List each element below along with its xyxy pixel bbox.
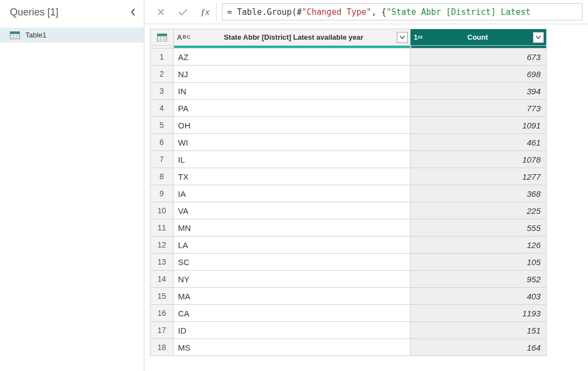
table-icon xyxy=(10,31,20,39)
chevron-down-icon xyxy=(536,35,541,40)
table-row[interactable]: 1AZ673 xyxy=(150,49,547,66)
row-number-cell[interactable]: 6 xyxy=(150,134,174,151)
state-cell[interactable]: MA xyxy=(174,288,411,305)
count-cell[interactable]: 555 xyxy=(411,219,547,236)
formula-cancel-button[interactable] xyxy=(150,3,172,20)
check-icon xyxy=(178,8,188,17)
row-number-cell[interactable]: 4 xyxy=(150,100,174,117)
table-row[interactable]: 14NY952 xyxy=(150,271,547,288)
state-cell[interactable]: TX xyxy=(174,168,411,185)
row-number-cell[interactable]: 16 xyxy=(150,305,174,322)
row-number-cell[interactable]: 9 xyxy=(150,185,174,202)
state-cell[interactable]: SC xyxy=(174,254,411,271)
count-cell[interactable]: 164 xyxy=(411,339,547,356)
state-cell[interactable]: ID xyxy=(174,322,411,339)
row-number-cell[interactable]: 18 xyxy=(150,339,174,356)
row-number-cell[interactable]: 15 xyxy=(150,288,174,305)
row-number-cell[interactable]: 17 xyxy=(150,322,174,339)
count-cell[interactable]: 105 xyxy=(411,254,547,271)
state-cell[interactable]: PA xyxy=(174,100,411,117)
table-row[interactable]: 2NJ698 xyxy=(150,66,547,83)
count-cell[interactable]: 403 xyxy=(411,288,547,305)
table-row[interactable]: 4PA773 xyxy=(150,100,547,117)
count-cell[interactable]: 698 xyxy=(411,66,547,83)
chevron-down-icon xyxy=(400,35,405,40)
column-filter-button[interactable] xyxy=(533,32,544,43)
count-cell[interactable]: 368 xyxy=(411,185,547,202)
row-number-cell[interactable]: 11 xyxy=(150,219,174,236)
count-cell[interactable]: 394 xyxy=(411,83,547,100)
count-cell[interactable]: 151 xyxy=(411,322,547,339)
formula-text-between: , { xyxy=(371,7,386,17)
table-row[interactable]: 17ID151 xyxy=(150,322,547,339)
formula-input[interactable]: = Table.Group(#"Changed Type", {"State A… xyxy=(222,3,582,20)
collapse-sidebar-button[interactable] xyxy=(128,7,138,17)
formula-text-greenstring: "State Abbr [District] Latest xyxy=(386,7,531,17)
count-cell[interactable]: 225 xyxy=(411,202,547,219)
text-type-icon: ABC xyxy=(177,33,190,41)
state-cell[interactable]: NJ xyxy=(174,66,411,83)
close-icon xyxy=(157,8,165,17)
table-row[interactable]: 5OH1091 xyxy=(150,117,547,134)
table-row[interactable]: 15MA403 xyxy=(150,288,547,305)
count-cell[interactable]: 1091 xyxy=(411,117,547,134)
state-cell[interactable]: VA xyxy=(174,202,411,219)
count-cell[interactable]: 952 xyxy=(411,271,547,288)
state-cell[interactable]: IA xyxy=(174,185,411,202)
state-cell[interactable]: MN xyxy=(174,219,411,236)
row-number-cell[interactable]: 13 xyxy=(150,254,174,271)
row-number-cell[interactable]: 1 xyxy=(150,49,174,66)
table-row[interactable]: 6WI461 xyxy=(150,134,547,151)
column-filter-button[interactable] xyxy=(397,32,408,43)
count-cell[interactable]: 1277 xyxy=(411,168,547,185)
count-cell[interactable]: 1078 xyxy=(411,151,547,168)
main-pane: ƒx = Table.Group(#"Changed Type", {"Stat… xyxy=(144,0,588,371)
state-cell[interactable]: CA xyxy=(174,305,411,322)
row-number-cell[interactable]: 2 xyxy=(150,66,174,83)
state-cell[interactable]: IL xyxy=(174,151,411,168)
table-row[interactable]: 18MS164 xyxy=(150,339,547,356)
grid-wrapper: ABC State Abbr [District] Latest availab… xyxy=(144,24,588,371)
state-cell[interactable]: AZ xyxy=(174,49,411,66)
table-row[interactable]: 8TX1277 xyxy=(150,168,547,185)
state-cell[interactable]: WI xyxy=(174,134,411,151)
table-row[interactable]: 12LA126 xyxy=(150,236,547,254)
queries-sidebar: Queries [1] Table1 xyxy=(0,0,144,371)
row-number-cell[interactable]: 14 xyxy=(150,271,174,288)
table-row[interactable]: 9IA368 xyxy=(150,185,547,202)
count-cell[interactable]: 773 xyxy=(411,100,547,117)
state-cell[interactable]: NY xyxy=(174,271,411,288)
row-number-cell[interactable]: 7 xyxy=(150,151,174,168)
grid-body: 1AZ6732NJ6983IN3944PA7735OH10916WI4617IL… xyxy=(150,49,547,356)
count-cell[interactable]: 126 xyxy=(411,236,547,254)
state-cell[interactable]: OH xyxy=(174,117,411,134)
table-row[interactable]: 13SC105 xyxy=(150,254,547,271)
state-cell[interactable]: IN xyxy=(174,83,411,100)
fx-label[interactable]: ƒx xyxy=(194,3,217,20)
table-row[interactable]: 3IN394 xyxy=(150,83,547,100)
column-header-count[interactable]: 123 Count xyxy=(411,29,547,46)
column-header-label: Count xyxy=(426,33,530,41)
count-cell[interactable]: 673 xyxy=(411,49,547,66)
count-cell[interactable]: 461 xyxy=(411,134,547,151)
rownum-header[interactable] xyxy=(150,29,174,46)
table-row[interactable]: 16CA1193 xyxy=(150,305,547,322)
row-number-cell[interactable]: 12 xyxy=(150,236,174,254)
row-number-cell[interactable]: 8 xyxy=(150,168,174,185)
table-row[interactable]: 10VA225 xyxy=(150,202,547,219)
grid-header-row: ABC State Abbr [District] Latest availab… xyxy=(150,29,547,46)
formula-accept-button[interactable] xyxy=(172,3,194,20)
row-number-cell[interactable]: 10 xyxy=(150,202,174,219)
state-cell[interactable]: MS xyxy=(174,339,411,356)
row-number-cell[interactable]: 3 xyxy=(150,83,174,100)
formula-text-redstring: "Changed Type" xyxy=(301,7,371,17)
column-header-state[interactable]: ABC State Abbr [District] Latest availab… xyxy=(174,29,411,46)
state-cell[interactable]: LA xyxy=(174,236,411,254)
count-cell[interactable]: 1193 xyxy=(411,305,547,322)
table-row[interactable]: 7IL1078 xyxy=(150,151,547,168)
row-number-cell[interactable]: 5 xyxy=(150,117,174,134)
app-root: Queries [1] Table1 ƒx xyxy=(0,0,588,371)
query-item-table1[interactable]: Table1 xyxy=(0,28,144,42)
table-row[interactable]: 11MN555 xyxy=(150,219,547,236)
chevron-left-icon xyxy=(131,8,136,16)
